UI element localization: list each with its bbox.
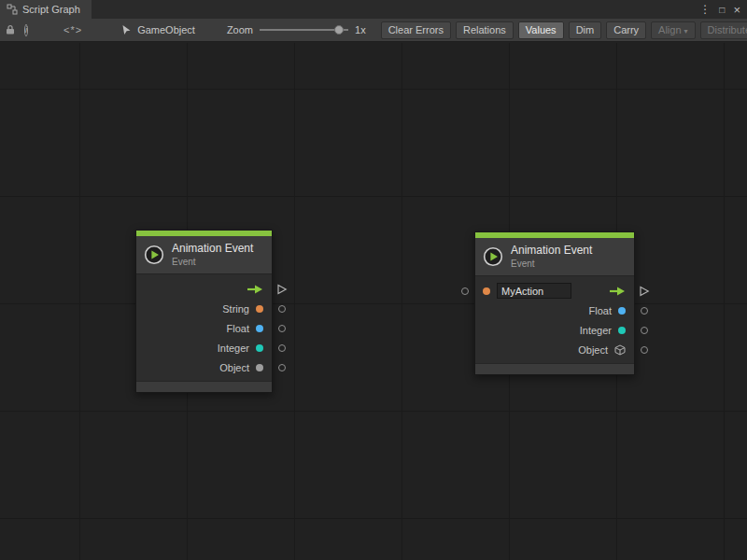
flow-output-row (136, 279, 272, 299)
node-animation-event[interactable]: Animation Event Event (135, 230, 273, 393)
node-title: Animation Event (511, 244, 592, 257)
lock-icon[interactable] (6, 24, 15, 35)
float-output-port[interactable] (641, 307, 648, 315)
tab-title: Script Graph (22, 4, 80, 15)
float-output-port[interactable] (278, 325, 286, 332)
port-label: Float (589, 305, 612, 316)
event-play-icon (144, 245, 164, 265)
align-dropdown[interactable]: Align▾ (651, 21, 695, 39)
graph-canvas[interactable]: Animation Event Event (0, 43, 747, 560)
gameobject-label: GameObject (137, 24, 195, 35)
port-row-float: Float (136, 318, 272, 338)
port-row-integer: Integer (136, 338, 272, 357)
port-label: Integer (580, 325, 612, 336)
distribute-label: Distribute (708, 24, 747, 35)
script-graph-icon (7, 4, 18, 15)
node-body: String Float Integer Object (136, 274, 272, 381)
event-play-icon (483, 246, 503, 267)
zoom-label: Zoom (227, 24, 253, 35)
port-label: Float (227, 323, 249, 334)
node-footer (475, 363, 634, 374)
integer-output-port[interactable] (641, 327, 648, 334)
string-type-icon (256, 305, 263, 313)
port-label: Object (578, 344, 608, 356)
gameobject-picker-icon (121, 24, 132, 35)
maximize-icon[interactable]: □ (719, 5, 725, 15)
code-preview-icon[interactable]: <*> (63, 24, 82, 35)
object-type-icon (256, 364, 263, 371)
integer-output-port[interactable] (278, 344, 286, 352)
zoom-control: Zoom 1x (227, 23, 366, 36)
zoom-slider-handle[interactable] (334, 25, 344, 35)
node-header[interactable]: Animation Event Event (475, 238, 634, 276)
kebab-menu-icon[interactable]: ⋮ (699, 3, 711, 16)
values-button[interactable]: Values (518, 21, 564, 39)
float-type-icon (618, 307, 626, 315)
node-footer (136, 381, 272, 392)
zoom-slider[interactable] (260, 23, 348, 36)
node-body: Float Integer Object (475, 276, 634, 363)
node-subtitle: Event (511, 259, 592, 269)
flow-output-port[interactable] (639, 286, 650, 297)
close-icon[interactable]: × (733, 3, 740, 17)
node-header[interactable]: Animation Event Event (136, 236, 272, 274)
string-output-port[interactable] (278, 305, 286, 313)
clear-errors-button[interactable]: Clear Errors (381, 21, 451, 39)
align-label: Align (658, 24, 681, 35)
zoom-value: 1x (355, 24, 366, 35)
port-row-object: Object (475, 340, 634, 359)
port-row-integer: Integer (475, 320, 634, 340)
integer-type-icon (256, 344, 263, 352)
window-controls: ⋮ □ × (699, 0, 747, 19)
toolbar-buttons: Clear Errors Relations Values Dim Carry … (381, 21, 747, 39)
port-row-float: Float (475, 301, 634, 320)
flow-arrow-icon (609, 287, 626, 296)
string-type-icon (483, 287, 490, 295)
node-animation-event-named[interactable]: Animation Event Event (474, 231, 635, 375)
flow-output-port[interactable] (276, 284, 288, 295)
dim-button[interactable]: Dim (569, 21, 602, 39)
flow-arrow-icon (247, 285, 263, 294)
tab-bar: Script Graph ⋮ □ × (0, 0, 747, 19)
gameobject-target[interactable]: GameObject (121, 24, 195, 35)
graph-toolbar: i <*> GameObject Zoom 1x Clear Errors Re… (0, 19, 747, 42)
object-cube-icon (614, 344, 626, 356)
integer-type-icon (618, 327, 626, 334)
object-output-port[interactable] (278, 364, 286, 371)
port-label: String (222, 303, 249, 315)
relations-button[interactable]: Relations (456, 21, 514, 39)
info-icon[interactable]: i (24, 24, 28, 36)
port-row-object: Object (136, 357, 272, 377)
port-row-string: String (136, 299, 272, 318)
object-output-port[interactable] (641, 346, 648, 354)
float-type-icon (256, 325, 263, 332)
port-label: Object (219, 362, 249, 373)
port-label: Integer (218, 343, 249, 354)
carry-button[interactable]: Carry (606, 21, 646, 39)
chevron-down-icon: ▾ (684, 27, 688, 35)
node-subtitle: Event (172, 257, 253, 267)
distribute-dropdown[interactable]: Distribute▾ (700, 21, 747, 39)
event-name-field[interactable] (497, 283, 571, 299)
tab-script-graph[interactable]: Script Graph (0, 0, 92, 19)
name-input-port[interactable] (461, 287, 469, 295)
unity-script-graph-window: Script Graph ⋮ □ × i <*> GameObject (0, 0, 747, 560)
name-input-row (475, 281, 634, 301)
node-title: Animation Event (172, 242, 253, 255)
